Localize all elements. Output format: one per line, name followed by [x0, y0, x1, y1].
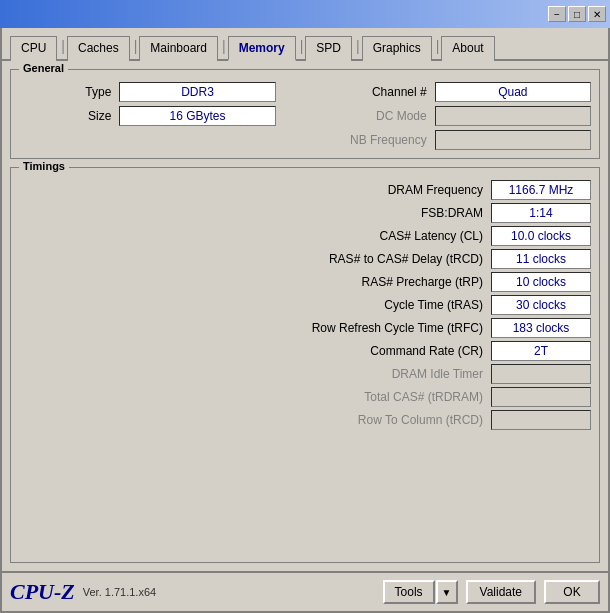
tools-group: Tools ▼ — [383, 580, 458, 604]
channel-label: Channel # — [284, 85, 427, 99]
timing-value-8 — [491, 364, 591, 384]
timing-label-9: Total CAS# (tRDRAM) — [19, 390, 483, 404]
tab-divider-1: | — [59, 34, 67, 59]
nb-freq-label: NB Frequency — [284, 133, 427, 147]
tools-button[interactable]: Tools — [383, 580, 435, 604]
bottom-bar: CPU-Z Ver. 1.71.1.x64 Tools ▼ Validate O… — [2, 571, 608, 611]
timing-value-2: 10.0 clocks — [491, 226, 591, 246]
timing-label-1: FSB:DRAM — [19, 206, 483, 220]
main-window: CPU | Caches | Mainboard | Memory | SPD … — [0, 28, 610, 613]
timing-label-10: Row To Column (tRCD) — [19, 413, 483, 427]
timing-value-7: 2T — [491, 341, 591, 361]
timing-value-3: 11 clocks — [491, 249, 591, 269]
general-grid: Type DDR3 Channel # Quad Size 16 GBytes … — [19, 78, 591, 150]
tab-about[interactable]: About — [441, 36, 494, 61]
content-area: General Type DDR3 Channel # Quad Size 16… — [2, 61, 608, 571]
tab-graphics[interactable]: Graphics — [362, 36, 432, 61]
tab-bar: CPU | Caches | Mainboard | Memory | SPD … — [2, 28, 608, 61]
timing-value-4: 10 clocks — [491, 272, 591, 292]
type-label: Type — [19, 85, 111, 99]
tab-mainboard[interactable]: Mainboard — [139, 36, 218, 61]
tab-divider-4: | — [298, 34, 306, 59]
timing-label-3: RAS# to CAS# Delay (tRCD) — [19, 252, 483, 266]
timing-label-0: DRAM Frequency — [19, 183, 483, 197]
tab-divider-3: | — [220, 34, 228, 59]
type-value: DDR3 — [119, 82, 275, 102]
tab-divider-5: | — [354, 34, 362, 59]
timing-label-2: CAS# Latency (CL) — [19, 229, 483, 243]
timing-value-10 — [491, 410, 591, 430]
timing-label-8: DRAM Idle Timer — [19, 367, 483, 381]
timing-value-6: 183 clocks — [491, 318, 591, 338]
timing-label-6: Row Refresh Cycle Time (tRFC) — [19, 321, 483, 335]
timing-value-1: 1:14 — [491, 203, 591, 223]
cpu-z-logo: CPU-Z — [10, 579, 75, 605]
title-bar: − □ ✕ — [0, 0, 610, 28]
tab-memory[interactable]: Memory — [228, 36, 296, 61]
general-group: General Type DDR3 Channel # Quad Size 16… — [10, 69, 600, 159]
close-button[interactable]: ✕ — [588, 6, 606, 22]
tab-cpu[interactable]: CPU — [10, 36, 57, 61]
tab-spd[interactable]: SPD — [305, 36, 352, 61]
timing-label-5: Cycle Time (tRAS) — [19, 298, 483, 312]
minimize-button[interactable]: − — [548, 6, 566, 22]
ok-button[interactable]: OK — [544, 580, 600, 604]
dc-mode-label: DC Mode — [284, 109, 427, 123]
tab-caches[interactable]: Caches — [67, 36, 130, 61]
timings-group-label: Timings — [19, 160, 69, 172]
size-value: 16 GBytes — [119, 106, 275, 126]
timings-grid: DRAM Frequency1166.7 MHzFSB:DRAM1:14CAS#… — [19, 176, 591, 430]
maximize-button[interactable]: □ — [568, 6, 586, 22]
channel-value: Quad — [435, 82, 591, 102]
validate-button[interactable]: Validate — [466, 580, 536, 604]
timing-value-0: 1166.7 MHz — [491, 180, 591, 200]
timing-label-4: RAS# Precharge (tRP) — [19, 275, 483, 289]
version-text: Ver. 1.71.1.x64 — [83, 586, 156, 598]
timings-group: Timings DRAM Frequency1166.7 MHzFSB:DRAM… — [10, 167, 600, 563]
timing-value-9 — [491, 387, 591, 407]
general-group-label: General — [19, 62, 68, 74]
tab-divider-2: | — [132, 34, 140, 59]
timing-value-5: 30 clocks — [491, 295, 591, 315]
tab-divider-6: | — [434, 34, 442, 59]
timing-label-7: Command Rate (CR) — [19, 344, 483, 358]
size-label: Size — [19, 109, 111, 123]
tools-dropdown-button[interactable]: ▼ — [436, 580, 458, 604]
title-bar-buttons: − □ ✕ — [548, 6, 606, 22]
dc-mode-value — [435, 106, 591, 126]
nb-freq-value — [435, 130, 591, 150]
